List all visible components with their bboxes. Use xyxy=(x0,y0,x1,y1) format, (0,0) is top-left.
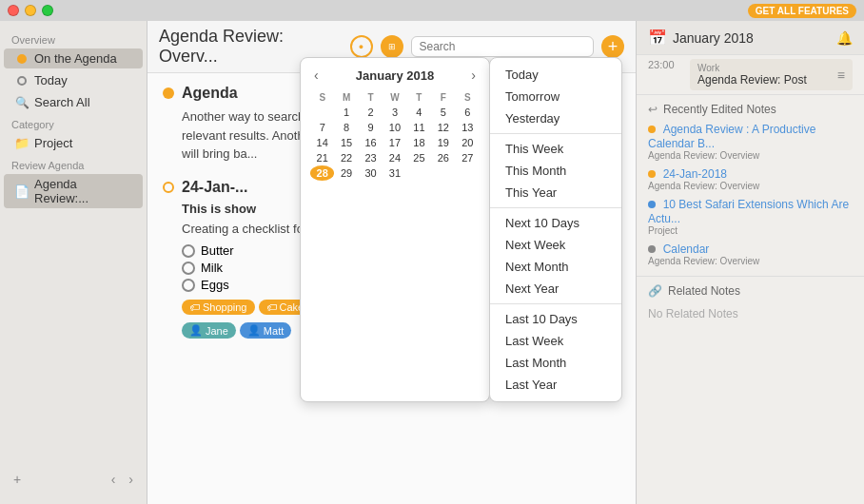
cal-day[interactable]: 26 xyxy=(431,150,455,165)
maximize-button[interactable] xyxy=(42,5,53,16)
sidebar-item-agenda-review[interactable]: 📄 Agenda Review:... xyxy=(4,174,143,208)
dot-orange-icon xyxy=(15,52,29,66)
cal-day[interactable]: 25 xyxy=(407,150,431,165)
calendar-header: ‹ January 2018 › xyxy=(310,68,480,83)
sidebar-bottom: + ‹ › xyxy=(0,462,147,496)
grid-view-button[interactable]: ⊞ xyxy=(381,35,403,58)
minimize-button[interactable] xyxy=(25,5,36,16)
filter-item-this-week[interactable]: This Week xyxy=(490,138,621,160)
filter-item-last-week[interactable]: Last Week xyxy=(490,330,621,352)
cal-day[interactable]: 28 xyxy=(310,165,334,181)
search-icon: 🔍 xyxy=(15,96,29,109)
panel-calendar-icon: 📅 xyxy=(648,29,667,47)
sidebar-category-label: Category xyxy=(0,113,147,132)
add-note-button[interactable]: + xyxy=(8,470,27,489)
jan-note-title: 24-Jan-... xyxy=(182,179,247,196)
sidebar-item-on-agenda[interactable]: On the Agenda xyxy=(4,48,143,68)
cal-month-label: January 2018 xyxy=(356,68,434,83)
cal-day[interactable]: 12 xyxy=(431,120,455,135)
cal-day[interactable]: 29 xyxy=(334,165,358,181)
filter-item-last-year[interactable]: Last Year xyxy=(490,374,621,396)
search-input[interactable] xyxy=(411,36,595,57)
calendar-grid: S M T W T F S 12345678910111213141516171… xyxy=(310,90,480,181)
sidebar-item-search-all[interactable]: 🔍 Search All xyxy=(4,92,143,112)
filter-item-next-10-days[interactable]: Next 10 Days xyxy=(490,212,621,234)
cal-day[interactable]: 20 xyxy=(456,135,480,150)
cal-day[interactable]: 17 xyxy=(383,135,406,150)
cal-header-sat: S xyxy=(456,90,480,105)
cal-day[interactable]: 9 xyxy=(359,120,383,135)
cal-day[interactable]: 31 xyxy=(383,165,406,181)
cal-day[interactable]: 16 xyxy=(359,135,383,150)
cal-day[interactable]: 14 xyxy=(310,135,334,150)
nav-back-button[interactable]: ‹ xyxy=(106,470,122,489)
cal-day[interactable]: 8 xyxy=(334,120,358,135)
cal-day[interactable]: 3 xyxy=(383,105,406,120)
related-notes-section: 🔗 Related Notes No Related Notes xyxy=(637,276,864,328)
recently-edited-icon: ↩ xyxy=(648,103,658,116)
cal-prev-button[interactable]: ‹ xyxy=(310,68,323,83)
event-block[interactable]: Work Agenda Review: Post ≡ xyxy=(690,59,853,90)
event-category: Work xyxy=(697,63,807,73)
filter-item-yesterday[interactable]: Yesterday xyxy=(490,107,621,129)
cal-day[interactable]: 6 xyxy=(456,105,480,120)
sidebar-item-today[interactable]: Today xyxy=(4,70,143,90)
event-block-content: Work Agenda Review: Post xyxy=(697,63,807,87)
circle-view-button[interactable]: ● xyxy=(350,35,373,58)
cal-day[interactable]: 27 xyxy=(456,150,480,165)
nav-forward-button[interactable]: › xyxy=(123,470,139,489)
cal-day[interactable]: 4 xyxy=(407,105,431,120)
filter-divider xyxy=(490,207,621,208)
cal-day xyxy=(456,165,480,181)
folder-icon: 📁 xyxy=(15,137,29,150)
recently-item-1[interactable]: 24-Jan-2018 Agenda Review: Overview xyxy=(648,166,853,191)
cal-day[interactable]: 15 xyxy=(334,135,358,150)
filter-item-today[interactable]: Today xyxy=(490,64,621,86)
sidebar-review-label: Review Agenda xyxy=(0,154,147,173)
filter-item-tomorrow[interactable]: Tomorrow xyxy=(490,86,621,107)
recently-item-2[interactable]: 10 Best Safari Extensions Which Are Actu… xyxy=(648,197,853,236)
filter-item-this-month[interactable]: This Month xyxy=(490,160,621,182)
filter-divider xyxy=(490,133,621,134)
tag-shopping[interactable]: 🏷 Shopping xyxy=(182,300,255,315)
cal-header-tue: T xyxy=(359,90,383,105)
event-lines-icon: ≡ xyxy=(837,68,845,83)
cal-day[interactable]: 2 xyxy=(359,105,383,120)
cal-day xyxy=(431,165,455,181)
calendar-popup: ‹ January 2018 › S M T W T F S xyxy=(300,57,490,402)
cal-day[interactable]: 10 xyxy=(383,120,406,135)
filter-item-last-month[interactable]: Last Month xyxy=(490,352,621,374)
recently-item-3[interactable]: Calendar Agenda Review: Overview xyxy=(648,242,853,266)
tag-jane[interactable]: 👤 Jane xyxy=(182,322,236,339)
recently-title-0: Agenda Review : A Productive Calendar B.… xyxy=(648,123,815,150)
cal-day[interactable]: 21 xyxy=(310,150,334,165)
filter-item-next-year[interactable]: Next Year xyxy=(490,278,621,300)
dot-outline-icon xyxy=(15,74,29,87)
cal-day[interactable]: 24 xyxy=(383,150,406,165)
cal-day xyxy=(310,105,334,120)
recently-item-0[interactable]: Agenda Review : A Productive Calendar B.… xyxy=(648,122,853,161)
filter-item-next-week[interactable]: Next Week xyxy=(490,234,621,256)
cal-day[interactable]: 23 xyxy=(359,150,383,165)
add-button[interactable]: + xyxy=(601,35,624,58)
recently-edited-title: Recently Edited Notes xyxy=(663,103,776,116)
cal-day[interactable]: 7 xyxy=(310,120,334,135)
cal-day[interactable]: 1 xyxy=(334,105,358,120)
filter-item-this-year[interactable]: This Year xyxy=(490,182,621,204)
filter-item-last-10-days[interactable]: Last 10 Days xyxy=(490,308,621,330)
sidebar-item-project[interactable]: 📁 Project xyxy=(4,133,143,153)
close-button[interactable] xyxy=(8,5,19,16)
recently-dot-2 xyxy=(648,201,656,208)
agenda-note-title: Agenda xyxy=(182,85,238,102)
cal-day[interactable]: 18 xyxy=(407,135,431,150)
cal-day[interactable]: 22 xyxy=(334,150,358,165)
tag-matt[interactable]: 👤 Matt xyxy=(240,322,291,339)
cal-day[interactable]: 5 xyxy=(431,105,455,120)
cal-day[interactable]: 13 xyxy=(456,120,480,135)
cal-next-button[interactable]: › xyxy=(467,68,480,83)
cal-day[interactable]: 30 xyxy=(359,165,383,181)
cal-day[interactable]: 11 xyxy=(407,120,431,135)
main-layout: Overview On the Agenda Today 🔍 Search Al… xyxy=(0,21,864,504)
cal-day[interactable]: 19 xyxy=(431,135,455,150)
filter-item-next-month[interactable]: Next Month xyxy=(490,256,621,278)
